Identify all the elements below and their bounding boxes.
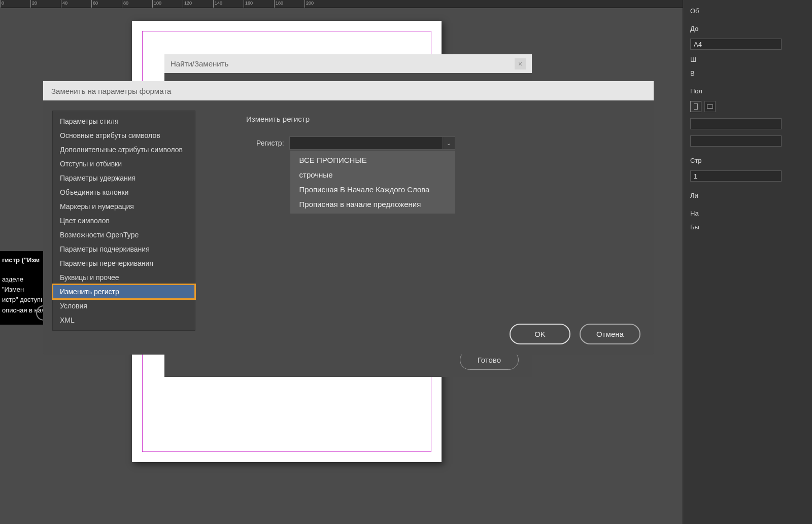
chevron-down-icon: ⌄ xyxy=(443,137,455,149)
category-item[interactable]: Основные атрибуты символов xyxy=(53,128,195,143)
tooltip-title: гистр ("Изм xyxy=(2,255,45,265)
height-label: В xyxy=(690,69,812,77)
panel-heading: Об xyxy=(690,7,812,15)
orientation-portrait[interactable] xyxy=(690,101,701,112)
detail-pane: Изменить регистр Регистр: ⌄ ВСЕ ПРОПИСНЫ… xyxy=(211,111,644,319)
width-label: Ш xyxy=(690,56,812,63)
register-dropdown[interactable]: ⌄ ВСЕ ПРОПИСНЫЕстрочныеПрописная В Начал… xyxy=(289,136,455,150)
find-dialog-titlebar[interactable]: Найти/Заменить × xyxy=(164,54,532,73)
category-item[interactable]: Буквицы и прочее xyxy=(53,270,195,285)
margin-field[interactable] xyxy=(690,118,782,129)
pages-field[interactable]: 1 xyxy=(690,170,782,182)
margin-field[interactable] xyxy=(690,135,782,147)
register-dropdown-value xyxy=(290,137,443,149)
document-label: До xyxy=(690,25,812,32)
category-item[interactable]: Отступы и отбивки xyxy=(53,157,195,171)
category-item[interactable]: XML xyxy=(53,313,195,327)
register-option[interactable]: ВСЕ ПРОПИСНЫЕ xyxy=(290,153,455,167)
category-item[interactable]: Изменить регистр xyxy=(53,285,195,299)
ok-button[interactable]: OK xyxy=(510,324,570,344)
dialog-titlebar[interactable]: Заменить на параметры формата xyxy=(43,81,654,100)
category-item[interactable]: Условия xyxy=(53,299,195,313)
lines-label: Ли xyxy=(690,192,812,199)
category-item[interactable]: Объединить колонки xyxy=(53,185,195,199)
orientation-landscape[interactable] xyxy=(704,101,716,112)
category-list: Параметры стиляОсновные атрибуты символо… xyxy=(52,111,195,331)
pages-label: Стр xyxy=(690,157,812,164)
category-item[interactable]: Возможности OpenType xyxy=(53,228,195,242)
margins-label: Пол xyxy=(690,87,812,95)
register-option[interactable]: Прописная в начале предложения xyxy=(290,197,455,212)
category-item[interactable]: Параметры стиля xyxy=(53,114,195,128)
dialog-title: Заменить на параметры формата xyxy=(51,87,171,95)
find-dialog-title: Найти/Заменить xyxy=(171,59,228,68)
close-icon: × xyxy=(518,60,522,68)
cancel-button[interactable]: Отмена xyxy=(580,324,640,344)
category-item[interactable]: Параметры подчеркивания xyxy=(53,242,195,256)
category-item[interactable]: Параметры удержания xyxy=(53,171,195,185)
detail-title: Изменить регистр xyxy=(246,115,644,123)
close-button[interactable]: × xyxy=(515,58,526,69)
register-label: Регистр: xyxy=(256,139,284,147)
register-option[interactable]: строчные xyxy=(290,167,455,182)
document-preset-field[interactable]: А4 xyxy=(690,39,782,50)
bleed-label: Бы xyxy=(690,223,812,231)
help-tooltip: гистр ("Изм азделе "Измен истр" доступн … xyxy=(0,251,48,325)
register-dropdown-menu: ВСЕ ПРОПИСНЫЕстрочныеПрописная В Начале … xyxy=(290,150,456,214)
name-label: На xyxy=(690,209,812,217)
register-option[interactable]: Прописная В Начале Каждого Слова xyxy=(290,182,455,197)
properties-panel: Об До А4 Ш В Пол Стр 1 Ли На Бы xyxy=(683,0,812,524)
category-item[interactable]: Цвет символов xyxy=(53,214,195,228)
category-item[interactable]: Дополнительные атрибуты символов xyxy=(53,143,195,157)
category-item[interactable]: Параметры перечеркивания xyxy=(53,256,195,270)
change-format-settings-dialog: Заменить на параметры формата Параметры … xyxy=(43,81,654,355)
category-item[interactable]: Маркеры и нумерация xyxy=(53,199,195,214)
